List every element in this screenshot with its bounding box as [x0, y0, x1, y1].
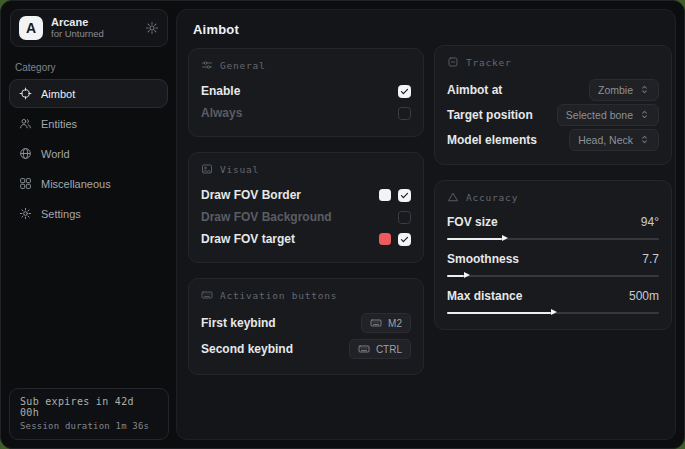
second-keybind-button[interactable]: CTRL — [349, 339, 411, 359]
setting-group-max-distance: Max distance 500m — [447, 286, 659, 317]
keyboard-icon — [358, 343, 370, 355]
sidebar-item-world[interactable]: World — [9, 139, 168, 168]
color-swatch[interactable] — [379, 189, 391, 201]
crosshair-icon — [19, 87, 32, 100]
setting-row-fov-target: Draw FOV target — [201, 228, 411, 250]
setting-label: Draw FOV target — [201, 232, 295, 246]
slider-thumb[interactable] — [551, 309, 557, 315]
setting-row-fov-background: Draw FOV Background — [201, 206, 411, 228]
card-accuracy-header: Accuracy — [447, 191, 659, 203]
app-title-block: Arcane for Unturned — [51, 16, 137, 40]
setting-group-fov-size: FOV size 94° — [447, 212, 659, 243]
slider-fill — [447, 275, 464, 277]
setting-row-enable: Enable — [201, 80, 411, 102]
target-position-select[interactable]: Selected bone — [557, 104, 659, 126]
app-name: Arcane — [51, 16, 137, 29]
setting-row-first-keybind: First keybind M2 — [201, 310, 411, 336]
main-panel: Aimbot General Enable Always — [176, 9, 676, 440]
sliders-icon — [201, 59, 213, 71]
card-accuracy: Accuracy FOV size 94° Smoothness — [434, 180, 672, 330]
slider-value: 7.7 — [642, 252, 659, 266]
setting-row-model-elements: Model elements Head, Neck — [447, 127, 659, 152]
session-duration-text: Session duration 1m 36s — [20, 421, 158, 431]
setting-label: Enable — [201, 84, 240, 98]
fov-border-checkbox[interactable] — [398, 189, 411, 202]
slider-value: 94° — [641, 215, 659, 229]
app-subtitle: for Unturned — [51, 29, 137, 40]
select-value: Selected bone — [566, 109, 633, 121]
setting-label: Max distance — [447, 289, 522, 303]
keybind-value: CTRL — [376, 344, 402, 355]
users-icon — [19, 117, 32, 130]
card-title: Visual — [220, 164, 259, 175]
sidebar: A Arcane for Unturned Category Aimbot En… — [1, 1, 176, 448]
slider-fill — [447, 312, 551, 314]
chevrons-up-down-icon — [639, 84, 650, 95]
app-logo: A — [19, 16, 43, 40]
setting-label: Always — [201, 106, 242, 120]
setting-row-always: Always — [201, 102, 411, 124]
fov-target-checkbox[interactable] — [398, 233, 411, 246]
sidebar-item-label: World — [41, 148, 70, 160]
setting-group-smoothness: Smoothness 7.7 — [447, 249, 659, 280]
slider-track[interactable] — [447, 275, 659, 277]
select-value: Head, Neck — [578, 134, 633, 146]
grid-icon — [19, 177, 32, 190]
keyboard-icon — [370, 317, 382, 329]
setting-row-aimbot-at: Aimbot at Zombie — [447, 77, 659, 102]
fov-background-checkbox[interactable] — [398, 211, 411, 224]
first-keybind-button[interactable]: M2 — [361, 313, 411, 333]
sidebar-item-label: Entities — [41, 118, 77, 130]
sub-expiry-text: Sub expires in 42d 00h — [20, 396, 158, 418]
slider-thumb[interactable] — [502, 235, 508, 241]
category-label: Category — [15, 62, 162, 73]
keyboard-icon — [201, 289, 213, 301]
card-activation-buttons: Activation buttons First keybind M2 Seco… — [188, 278, 424, 375]
slider-thumb[interactable] — [464, 272, 470, 278]
right-column: Tracker Aimbot at Zombie Target position… — [434, 45, 672, 330]
gear-icon[interactable] — [145, 21, 159, 35]
max-distance-slider[interactable] — [447, 308, 659, 317]
card-tracker-header: Tracker — [447, 56, 659, 68]
app-header: A Arcane for Unturned — [10, 9, 168, 47]
card-general: General Enable Always — [188, 48, 424, 137]
always-checkbox[interactable] — [398, 107, 411, 120]
left-column: General Enable Always — [188, 48, 424, 375]
card-visual: Visual Draw FOV Border Draw FOV Backgrou… — [188, 152, 424, 263]
keybind-value: M2 — [388, 318, 402, 329]
setting-label: Draw FOV Background — [201, 210, 332, 224]
card-title: General — [220, 60, 266, 71]
setting-label: Target position — [447, 108, 533, 122]
model-elements-select[interactable]: Head, Neck — [569, 129, 659, 151]
setting-label: Aimbot at — [447, 83, 502, 97]
sidebar-item-label: Miscellaneous — [41, 178, 111, 190]
sidebar-item-settings[interactable]: Settings — [9, 199, 168, 228]
enable-checkbox[interactable] — [398, 85, 411, 98]
sidebar-nav: Aimbot Entities World Miscellaneous Sett… — [1, 79, 176, 228]
card-title: Activation buttons — [220, 290, 337, 301]
card-activation-header: Activation buttons — [201, 289, 411, 301]
setting-row-target-position: Target position Selected bone — [447, 102, 659, 127]
card-visual-header: Visual — [201, 163, 411, 175]
triangle-icon — [447, 191, 459, 203]
image-icon — [201, 163, 213, 175]
fov-size-slider[interactable] — [447, 234, 659, 243]
setting-label: First keybind — [201, 316, 276, 330]
slider-value: 500m — [629, 289, 659, 303]
aimbot-at-select[interactable]: Zombie — [589, 79, 659, 101]
sidebar-item-label: Aimbot — [41, 88, 75, 100]
card-title: Accuracy — [466, 192, 518, 203]
sidebar-item-aimbot[interactable]: Aimbot — [9, 79, 168, 108]
setting-row-fov-border: Draw FOV Border — [201, 184, 411, 206]
color-swatch[interactable] — [379, 233, 391, 245]
card-general-header: General — [201, 59, 411, 71]
setting-label: Draw FOV Border — [201, 188, 301, 202]
gear-icon — [19, 207, 32, 220]
setting-label: Second keybind — [201, 342, 293, 356]
sidebar-item-entities[interactable]: Entities — [9, 109, 168, 138]
select-value: Zombie — [598, 84, 633, 96]
smoothness-slider[interactable] — [447, 271, 659, 280]
sidebar-item-miscellaneous[interactable]: Miscellaneous — [9, 169, 168, 198]
setting-label: FOV size — [447, 215, 498, 229]
setting-label: Model elements — [447, 133, 537, 147]
